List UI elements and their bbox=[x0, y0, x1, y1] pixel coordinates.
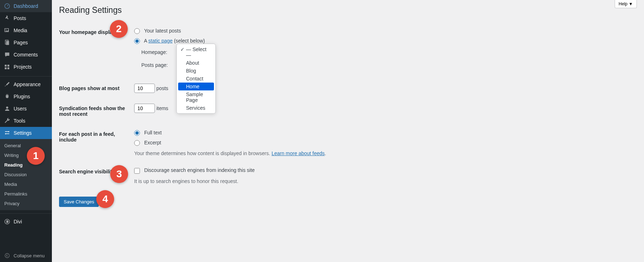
pages-icon bbox=[4, 39, 11, 46]
settings-icon bbox=[4, 129, 11, 137]
submenu-privacy[interactable]: Privacy bbox=[0, 199, 52, 208]
syndication-input[interactable] bbox=[134, 104, 155, 113]
discourage-option[interactable]: Discourage search engines from indexing … bbox=[134, 167, 255, 174]
settings-form: Your homepage displays 2 Your latest pos… bbox=[59, 22, 637, 189]
sidebar-item-settings[interactable]: Settings bbox=[0, 127, 52, 139]
syndication-suffix: items bbox=[156, 105, 168, 111]
annotation-2: 2 bbox=[110, 20, 128, 38]
feed-include-label: For each post in a feed, include bbox=[59, 124, 131, 162]
dropdown-option-about[interactable]: About bbox=[178, 59, 214, 67]
sidebar-item-dashboard[interactable]: Dashboard bbox=[0, 0, 52, 12]
dropdown-option-contact[interactable]: Contact bbox=[178, 75, 214, 83]
excerpt-radio[interactable] bbox=[134, 140, 140, 146]
syndication-label: Syndication feeds show the most recent bbox=[59, 98, 131, 124]
dashboard-icon bbox=[4, 3, 11, 10]
sidebar-item-tools[interactable]: Tools bbox=[0, 115, 52, 127]
page-title: Reading Settings bbox=[59, 4, 637, 15]
svg-rect-7 bbox=[5, 68, 6, 69]
submenu-reading[interactable]: Reading bbox=[0, 160, 52, 170]
sidebar-item-comments[interactable]: Comments bbox=[0, 49, 52, 61]
admin-sidebar: Dashboard Posts Media Pages Comments Pro… bbox=[0, 0, 52, 221]
discourage-checkbox[interactable] bbox=[134, 168, 140, 174]
brush-icon bbox=[4, 81, 11, 88]
sidebar-separator bbox=[0, 75, 52, 76]
svg-rect-8 bbox=[8, 68, 9, 69]
learn-feeds-link[interactable]: Learn more about feeds bbox=[272, 150, 325, 156]
sidebar-item-label: Divi bbox=[14, 219, 22, 221]
sidebar-item-users[interactable]: Users bbox=[0, 103, 52, 115]
svg-point-13 bbox=[5, 133, 6, 134]
sidebar-item-appearance[interactable]: Appearance bbox=[0, 78, 52, 90]
sidebar-item-label: Pages bbox=[14, 40, 28, 45]
blog-pages-input[interactable] bbox=[134, 84, 155, 93]
homepage-dropdown-list: — Select — About Blog Contact Home Sampl… bbox=[176, 44, 216, 114]
sidebar-item-divi[interactable]: Divi bbox=[0, 216, 52, 221]
sidebar-item-plugins[interactable]: Plugins bbox=[0, 90, 52, 103]
latest-posts-radio[interactable] bbox=[134, 28, 140, 34]
sidebar-item-label: Posts bbox=[14, 15, 26, 21]
sidebar-item-projects[interactable]: Projects bbox=[0, 61, 52, 73]
sidebar-item-label: Tools bbox=[14, 118, 25, 124]
annotation-4: 4 bbox=[96, 190, 114, 208]
sidebar-item-posts[interactable]: Posts bbox=[0, 12, 52, 24]
submenu-media[interactable]: Media bbox=[0, 179, 52, 189]
submenu-discussion[interactable]: Discussion bbox=[0, 170, 52, 179]
help-button[interactable]: Help ▼ bbox=[615, 0, 637, 8]
dropdown-option-home[interactable]: Home bbox=[178, 83, 214, 90]
static-page-link[interactable]: static page bbox=[148, 38, 173, 44]
sidebar-item-media[interactable]: Media bbox=[0, 24, 52, 36]
latest-posts-option[interactable]: Your latest posts bbox=[134, 28, 181, 35]
full-text-radio[interactable] bbox=[134, 130, 140, 136]
sidebar-item-label: Comments bbox=[14, 52, 38, 58]
plug-icon bbox=[4, 93, 11, 100]
full-text-option[interactable]: Full text bbox=[134, 129, 162, 137]
sidebar-item-label: Media bbox=[14, 28, 27, 33]
svg-rect-5 bbox=[5, 65, 6, 66]
wrench-icon bbox=[4, 117, 11, 124]
user-icon bbox=[4, 105, 11, 112]
pin-icon bbox=[4, 15, 11, 22]
divi-icon bbox=[4, 218, 11, 221]
sidebar-item-label: Plugins bbox=[14, 94, 30, 99]
svg-rect-10 bbox=[5, 132, 8, 132]
save-button[interactable]: Save Changes bbox=[59, 197, 99, 207]
static-page-radio[interactable] bbox=[134, 38, 140, 44]
settings-submenu: General Writing Reading Discussion Media… bbox=[0, 139, 52, 210]
dropdown-option-sample[interactable]: Sample Page bbox=[178, 90, 214, 104]
honor-note: It is up to search engines to honor this… bbox=[134, 178, 633, 184]
dropdown-option-blog[interactable]: Blog bbox=[178, 67, 214, 75]
visibility-label: Search engine visibility bbox=[59, 169, 115, 174]
main-content: Help ▼ Reading Settings Your homepage di… bbox=[52, 0, 644, 221]
homepage-select-label: Homepage: bbox=[141, 49, 174, 55]
projects-icon bbox=[4, 63, 11, 70]
sidebar-separator bbox=[0, 212, 52, 214]
svg-point-2 bbox=[6, 29, 6, 30]
sidebar-item-label: Appearance bbox=[14, 81, 41, 87]
svg-rect-4 bbox=[6, 41, 9, 45]
blog-pages-suffix: posts bbox=[156, 85, 168, 91]
svg-point-9 bbox=[6, 107, 8, 109]
sidebar-item-label: Dashboard bbox=[14, 3, 38, 9]
submenu-permalinks[interactable]: Permalinks bbox=[0, 189, 52, 199]
svg-rect-12 bbox=[6, 134, 9, 134]
sidebar-item-pages[interactable]: Pages bbox=[0, 36, 52, 49]
svg-rect-6 bbox=[8, 65, 9, 66]
blog-pages-label: Blog pages show at most bbox=[59, 78, 131, 98]
media-icon bbox=[4, 27, 11, 34]
sidebar-item-label: Projects bbox=[14, 64, 32, 70]
annotation-1: 1 bbox=[27, 147, 45, 165]
excerpt-option[interactable]: Excerpt bbox=[134, 139, 161, 147]
svg-point-11 bbox=[8, 131, 9, 132]
sidebar-item-label: Users bbox=[14, 106, 27, 112]
annotation-3: 3 bbox=[110, 165, 128, 183]
submenu-general[interactable]: General bbox=[0, 141, 52, 150]
posts-page-select-label: Posts page: bbox=[141, 62, 174, 68]
sidebar-item-label: Settings bbox=[14, 130, 32, 136]
dropdown-option-select[interactable]: — Select — bbox=[178, 45, 214, 59]
theme-description: Your theme determines how content is dis… bbox=[134, 150, 633, 156]
dropdown-option-services[interactable]: Services bbox=[178, 104, 214, 112]
comment-icon bbox=[4, 51, 11, 58]
